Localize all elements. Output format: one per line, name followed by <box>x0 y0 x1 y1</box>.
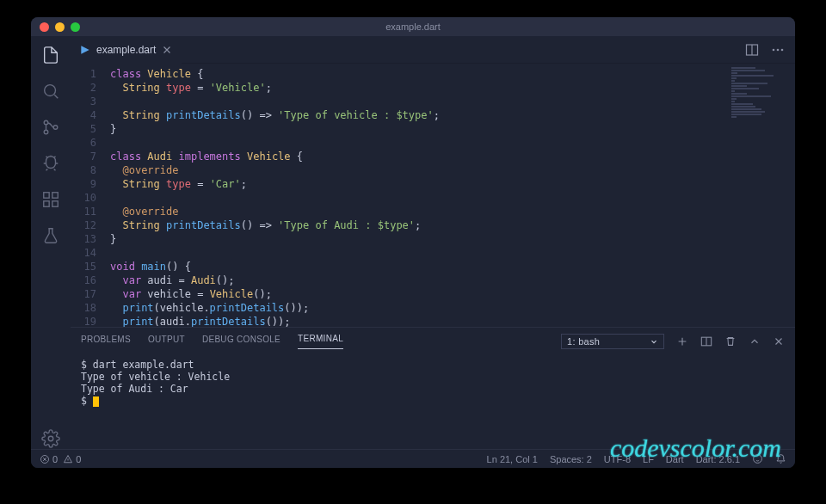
warning-icon[interactable]: 0 <box>63 454 81 464</box>
maximize-window-button[interactable] <box>71 22 80 32</box>
tab-example-dart[interactable]: example.dart <box>71 36 182 64</box>
sdk-status[interactable]: Dart: 2.6.1 <box>696 454 740 464</box>
dart-file-icon <box>79 44 91 56</box>
new-terminal-icon[interactable] <box>676 335 688 347</box>
trash-icon[interactable] <box>724 335 737 347</box>
debug-icon[interactable] <box>40 153 61 174</box>
eol-status[interactable]: LF <box>643 454 654 464</box>
split-terminal-icon[interactable] <box>700 335 712 347</box>
terminal-selector[interactable]: 1: bash <box>561 334 664 349</box>
terminal-output[interactable]: $ dart example.dartType of vehicle : Veh… <box>71 355 795 449</box>
line-gutter: 1234567891011121314151617181920 <box>71 64 110 327</box>
more-icon[interactable] <box>771 43 785 57</box>
cursor-position[interactable]: Ln 21, Col 1 <box>487 454 538 464</box>
tab-bar: example.dart <box>71 36 795 64</box>
settings-icon[interactable] <box>40 428 61 449</box>
activity-bar <box>31 36 71 449</box>
tab-terminal[interactable]: TERMINAL <box>298 334 343 349</box>
editor-window: example.dart example.dart <box>31 17 795 468</box>
source-control-icon[interactable] <box>40 117 61 138</box>
tab-debug-console[interactable]: DEBUG CONSOLE <box>202 335 280 349</box>
close-icon[interactable] <box>161 44 173 56</box>
panel-tabs: PROBLEMS OUTPUT DEBUG CONSOLE TERMINAL 1… <box>71 328 795 355</box>
feedback-icon[interactable] <box>752 453 763 464</box>
error-icon[interactable]: 0 <box>40 454 58 464</box>
code-editor[interactable]: 1234567891011121314151617181920 class Ve… <box>71 64 795 327</box>
svg-point-8 <box>48 436 53 441</box>
svg-rect-5 <box>44 201 49 206</box>
extensions-icon[interactable] <box>40 189 61 210</box>
svg-point-11 <box>777 48 780 51</box>
svg-point-1 <box>44 120 48 125</box>
test-icon[interactable] <box>40 225 61 246</box>
tab-output[interactable]: OUTPUT <box>148 335 185 349</box>
titlebar: example.dart <box>31 17 795 36</box>
svg-point-15 <box>754 455 762 464</box>
indent-status[interactable]: Spaces: 2 <box>550 454 592 464</box>
svg-point-0 <box>45 85 56 96</box>
bell-icon[interactable] <box>775 453 786 464</box>
traffic-lights <box>31 22 80 32</box>
explorer-icon[interactable] <box>40 45 61 65</box>
main-area: example.dart 123456789101112131415161718… <box>31 36 795 449</box>
svg-point-3 <box>53 126 58 130</box>
editor-area: example.dart 123456789101112131415161718… <box>71 36 795 449</box>
svg-rect-6 <box>52 201 58 206</box>
tab-label: example.dart <box>96 44 156 56</box>
close-panel-icon[interactable] <box>773 335 785 347</box>
svg-point-12 <box>781 48 784 51</box>
svg-rect-7 <box>52 193 58 198</box>
svg-point-2 <box>44 130 48 134</box>
status-bar: 0 0 Ln 21, Col 1 Spaces: 2 UTF-8 LF Dart… <box>31 449 795 468</box>
bottom-panel: PROBLEMS OUTPUT DEBUG CONSOLE TERMINAL 1… <box>71 327 795 449</box>
search-icon[interactable] <box>40 81 61 101</box>
code-content[interactable]: class Vehicle { String type = 'Vehicle';… <box>110 64 795 327</box>
minimap[interactable] <box>731 67 792 119</box>
language-status[interactable]: Dart <box>666 454 684 464</box>
svg-point-10 <box>773 48 775 51</box>
window-title: example.dart <box>385 22 441 32</box>
encoding-status[interactable]: UTF-8 <box>604 454 631 464</box>
chevron-up-icon[interactable] <box>749 335 761 347</box>
chevron-down-icon <box>650 337 658 346</box>
minimize-window-button[interactable] <box>55 22 65 32</box>
svg-rect-4 <box>44 193 49 198</box>
tab-problems[interactable]: PROBLEMS <box>81 335 131 349</box>
close-window-button[interactable] <box>40 22 49 32</box>
split-editor-icon[interactable] <box>745 43 759 57</box>
tab-actions <box>745 43 795 57</box>
